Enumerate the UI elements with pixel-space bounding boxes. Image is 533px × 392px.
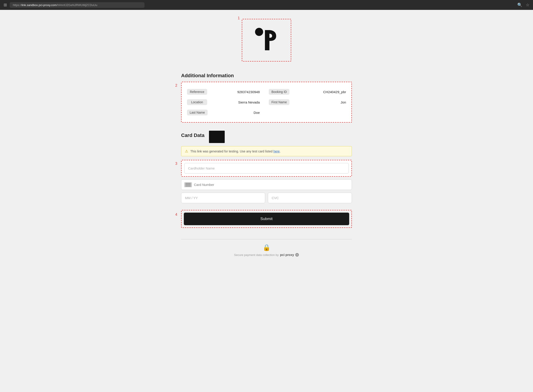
booking-id-row: Booking ID CH240429_pbr <box>269 87 346 97</box>
additional-info-heading: Additional Information <box>181 73 352 79</box>
submit-wrapper: 4 Submit <box>181 210 352 228</box>
warning-triangle-icon: ⚠ <box>185 149 188 153</box>
card-number-wrapper <box>181 179 352 190</box>
expiry-input[interactable] <box>181 193 265 203</box>
address-bar[interactable]: https://link.sandbox.pci-proxy.com/hHnnf… <box>10 2 144 8</box>
bookmark-icon[interactable]: ☆ <box>526 2 529 7</box>
warning-text: This link was generated for testing. Use… <box>190 149 281 153</box>
logo-container: 1 <box>181 19 352 61</box>
firstname-row: First Name Jon <box>269 97 346 107</box>
additional-info-number: 2 <box>175 84 177 88</box>
svg-point-0 <box>255 28 263 36</box>
search-icon[interactable]: 🔍 <box>517 2 522 7</box>
lastname-label: Last Name <box>187 110 208 115</box>
footer-divider <box>181 239 352 239</box>
warning-message: This link was generated for testing. Use… <box>190 149 273 153</box>
card-form-dashed-box <box>181 160 352 177</box>
info-grid: Reference 928374230948 Location Sierra N… <box>187 87 346 118</box>
card-black-rect <box>209 131 225 143</box>
url-path: /hHnnfJZGeNJRWUMjZCDuUu <box>57 3 97 7</box>
card-section-header: Card Data <box>181 131 352 143</box>
footer: 🔒 Secure payment data collection by pci … <box>181 237 352 257</box>
additional-info-title: Additional Information <box>181 73 352 79</box>
booking-id-value: CH240429_pbr <box>293 90 346 94</box>
submit-section-number: 4 <box>175 213 177 217</box>
cvc-input[interactable] <box>268 193 352 203</box>
lastname-row: Last Name Doe <box>187 107 260 118</box>
info-left-col: Reference 928374230948 Location Sierra N… <box>187 87 266 118</box>
logo-section-number: 1 <box>238 16 240 20</box>
warning-banner: ⚠ This link was generated for testing. U… <box>181 146 352 156</box>
warning-suffix: . <box>280 149 281 153</box>
browser-chrome: ⊞ https://link.sandbox.pci-proxy.com/hHn… <box>0 0 533 10</box>
warning-here-link[interactable]: here <box>273 149 280 153</box>
browser-action-icons: 🔍 ☆ <box>517 2 529 7</box>
footer-label: Secure payment data collection by <box>234 253 279 257</box>
card-line-3 <box>185 186 191 186</box>
url-protocol: https:// <box>13 3 22 7</box>
card-icon-lines <box>185 183 191 186</box>
additional-info-dashed-box: Reference 928374230948 Location Sierra N… <box>181 82 352 123</box>
card-line-1 <box>185 183 191 184</box>
additional-info-section: 2 Reference 928374230948 Location Sierra… <box>181 82 352 123</box>
tabs-icon[interactable]: ⊞ <box>4 2 7 7</box>
lock-icon: 🔒 <box>181 244 352 251</box>
footer-close-icon[interactable]: ✕ <box>295 253 299 257</box>
expiry-cvc-row <box>181 193 352 203</box>
footer-brand: pci proxy <box>280 253 294 257</box>
page-wrapper: 1 Additional Information 2 <box>0 10 533 392</box>
info-right-col: Booking ID CH240429_pbr First Name Jon <box>266 87 346 118</box>
content-area: 1 Additional Information 2 <box>181 19 352 378</box>
firstname-value: Jon <box>293 100 346 104</box>
card-line-2 <box>185 184 191 185</box>
submit-button[interactable]: Submit <box>184 213 349 225</box>
cardholder-name-input[interactable] <box>184 163 349 173</box>
location-label: Location <box>187 99 207 105</box>
firstname-label: First Name <box>269 99 289 105</box>
card-form-wrapper: 3 <box>181 160 352 203</box>
card-data-heading: Card Data <box>181 132 205 138</box>
footer-text: Secure payment data collection by pci pr… <box>181 253 352 257</box>
reference-value: 928374230948 <box>211 90 260 94</box>
submit-dashed-box: Submit <box>181 210 352 228</box>
logo-dashed-box: 1 <box>242 19 291 61</box>
lastname-value: Doe <box>211 111 260 115</box>
location-value: Sierra Nevada <box>211 100 260 104</box>
card-icon <box>184 182 192 187</box>
url-domain: link.sandbox.pci-proxy.com <box>22 3 57 7</box>
booking-id-label: Booking ID <box>269 89 289 95</box>
reference-label: Reference <box>187 89 207 95</box>
card-number-input[interactable] <box>181 179 352 190</box>
pci-proxy-logo <box>252 26 281 55</box>
card-data-section: Card Data ⚠ This link was generated for … <box>181 131 352 203</box>
location-row: Location Sierra Nevada <box>187 97 260 107</box>
card-form-number: 3 <box>175 162 177 166</box>
reference-row: Reference 928374230948 <box>187 87 260 97</box>
